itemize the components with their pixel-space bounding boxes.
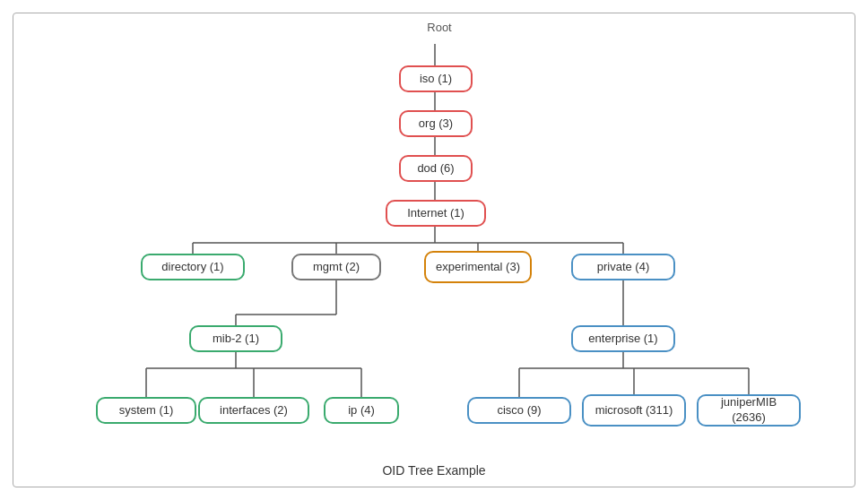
node-experimental: experimental (3) bbox=[424, 251, 532, 283]
node-enterprise: enterprise (1) bbox=[571, 325, 675, 352]
node-dod: dod (6) bbox=[399, 155, 473, 182]
node-cisco: cisco (9) bbox=[467, 397, 571, 424]
node-system: system (1) bbox=[96, 397, 196, 424]
node-internet: Internet (1) bbox=[386, 200, 486, 227]
main-container: Root iso (1) org (3) dod (6) Internet (1… bbox=[13, 13, 855, 487]
node-microsoft: microsoft (311) bbox=[582, 394, 686, 427]
node-directory: directory (1) bbox=[141, 254, 245, 280]
root-label: Root bbox=[412, 21, 466, 34]
node-interfaces: interfaces (2) bbox=[198, 397, 309, 424]
node-mib2: mib-2 (1) bbox=[189, 325, 282, 352]
node-junipermib: juniperMIB (2636) bbox=[697, 394, 801, 427]
node-iso: iso (1) bbox=[399, 65, 473, 92]
caption: OID Tree Example bbox=[382, 463, 485, 478]
node-private: private (4) bbox=[571, 254, 675, 280]
node-mgmt: mgmt (2) bbox=[291, 254, 381, 280]
node-ip: ip (4) bbox=[324, 397, 399, 424]
node-org: org (3) bbox=[399, 110, 473, 137]
